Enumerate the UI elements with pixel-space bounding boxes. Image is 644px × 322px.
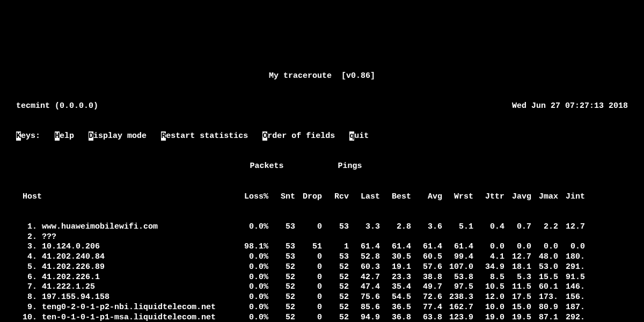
host-date-line: tecmint (0.0.0.0)Wed Jun 27 07:27:13 201… xyxy=(16,101,628,112)
hop-snt: 52 xyxy=(268,262,295,273)
hop-javg: 15.0 xyxy=(504,303,531,313)
hop-jmax: 173. xyxy=(531,292,558,303)
col-wrst: Wrst xyxy=(442,192,473,202)
col-host: Host xyxy=(16,192,237,202)
col-avg: Avg xyxy=(411,192,442,202)
hop-rcv: 53 xyxy=(322,252,349,262)
hop-jmax: 0.0 xyxy=(531,242,558,252)
hop-jttr: 0.0 xyxy=(473,242,504,252)
hop-rcv: 52 xyxy=(322,282,349,292)
hop-last: 85.6 xyxy=(349,303,380,313)
hop-jttr: 12.0 xyxy=(473,292,504,303)
hop-snt: 52 xyxy=(268,303,295,313)
hop-snt: 53 xyxy=(268,242,295,252)
hop-jint: 291. xyxy=(558,262,585,273)
hop-jint: 0.0 xyxy=(558,242,585,252)
hop-javg: 18.1 xyxy=(504,262,531,273)
hop-drop: 0 xyxy=(295,222,322,232)
hop-host: 2. ??? xyxy=(16,232,237,243)
hop-jmax: 48.0 xyxy=(531,252,558,262)
hop-wrst xyxy=(442,232,473,243)
hop-jttr xyxy=(473,232,504,243)
col-jint: Jint xyxy=(558,192,585,202)
hop-host: 6. 41.202.226.1 xyxy=(16,273,237,283)
hop-snt xyxy=(268,232,295,243)
hop-best xyxy=(380,232,411,243)
restart-key[interactable]: R xyxy=(161,131,166,141)
hop-drop xyxy=(295,232,322,243)
quit-key[interactable]: q xyxy=(349,131,354,141)
hop-last: 61.4 xyxy=(349,242,380,252)
hop-wrst: 5.1 xyxy=(442,222,473,232)
hop-wrst: 53.8 xyxy=(442,273,473,283)
hop-drop: 0 xyxy=(295,252,322,262)
hop-avg: 61.4 xyxy=(411,242,442,252)
hop-host: 10. ten-0-1-0-1-p1-msa.liquidtelecom.net xyxy=(16,313,237,323)
hop-javg: 11.5 xyxy=(504,282,531,292)
app-version: [v0.86] xyxy=(341,71,375,80)
hop-jint: 180. xyxy=(558,252,585,262)
hop-javg xyxy=(504,232,531,243)
hop-row: 9. teng0-2-0-1-p2-nbi.liquidtelecom.net0… xyxy=(16,303,628,313)
hop-jint: 12.7 xyxy=(558,222,585,232)
hop-best: 36.5 xyxy=(380,303,411,313)
hop-jint: 292. xyxy=(558,313,585,323)
hop-best: 35.4 xyxy=(380,282,411,292)
hop-jmax xyxy=(531,232,558,243)
help-key[interactable]: H xyxy=(55,131,60,141)
restart-rest: estart statistics xyxy=(166,131,248,141)
hop-javg: 12.7 xyxy=(504,252,531,262)
hop-drop: 51 xyxy=(295,242,322,252)
hop-host: 1. www.huaweimobilewifi.com xyxy=(16,222,237,232)
hop-drop: 0 xyxy=(295,273,322,283)
display-key[interactable]: D xyxy=(89,131,93,141)
hop-loss: 0.0% xyxy=(237,303,268,313)
hop-loss: 98.1% xyxy=(237,242,268,252)
hop-drop: 0 xyxy=(295,292,322,303)
hop-snt: 52 xyxy=(268,273,295,283)
hop-row: 8. 197.155.94.1580.0%5205275.654.572.623… xyxy=(16,292,628,303)
hop-rcv: 52 xyxy=(322,313,349,323)
hop-snt: 53 xyxy=(268,222,295,232)
hop-jmax: 2.2 xyxy=(531,222,558,232)
app-title: My traceroute xyxy=(269,71,332,80)
hop-host: 3. 10.124.0.206 xyxy=(16,242,237,252)
hop-best: 36.8 xyxy=(380,313,411,323)
col-loss: Loss% xyxy=(237,192,268,202)
hop-row: 1. www.huaweimobilewifi.com0.0%530533.32… xyxy=(16,222,628,232)
hop-row: 7. 41.222.1.250.0%5205247.435.449.797.51… xyxy=(16,282,628,292)
order-rest: rder of fields xyxy=(267,131,335,141)
hop-avg: 49.7 xyxy=(411,282,442,292)
hop-rcv: 52 xyxy=(322,262,349,273)
keys-label-k: K xyxy=(16,131,21,141)
hop-best: 2.8 xyxy=(380,222,411,232)
hop-jmax: 87.1 xyxy=(531,313,558,323)
hop-jttr: 0.4 xyxy=(473,222,504,232)
hop-avg xyxy=(411,232,442,243)
hop-snt: 52 xyxy=(268,313,295,323)
help-rest: elp xyxy=(60,131,74,141)
hop-last: 60.3 xyxy=(349,262,380,273)
title-line: My traceroute [v0.86] xyxy=(16,71,628,82)
hop-avg: 72.6 xyxy=(411,292,442,303)
col-javg: Javg xyxy=(504,192,531,202)
hop-drop: 0 xyxy=(295,313,322,323)
hop-jmax: 15.5 xyxy=(531,273,558,283)
hop-wrst: 97.5 xyxy=(442,282,473,292)
hop-avg: 77.4 xyxy=(411,303,442,313)
hop-jmax: 80.9 xyxy=(531,303,558,313)
hop-host: 4. 41.202.240.84 xyxy=(16,252,237,262)
order-key[interactable]: O xyxy=(262,131,267,141)
hop-host: 7. 41.222.1.25 xyxy=(16,282,237,292)
hop-loss: 0.0% xyxy=(237,282,268,292)
hop-rcv: 53 xyxy=(322,222,349,232)
hop-loss: 0.0% xyxy=(237,262,268,273)
hop-avg: 57.6 xyxy=(411,262,442,273)
hop-loss: 0.0% xyxy=(237,222,268,232)
hop-last: 42.7 xyxy=(349,273,380,283)
hop-row: 5. 41.202.226.890.0%5205260.319.157.6107… xyxy=(16,262,628,273)
col-jttr: Jttr xyxy=(473,192,504,202)
hop-jmax: 53.0 xyxy=(531,262,558,273)
hop-snt: 53 xyxy=(268,252,295,262)
hop-wrst: 123.9 xyxy=(442,313,473,323)
